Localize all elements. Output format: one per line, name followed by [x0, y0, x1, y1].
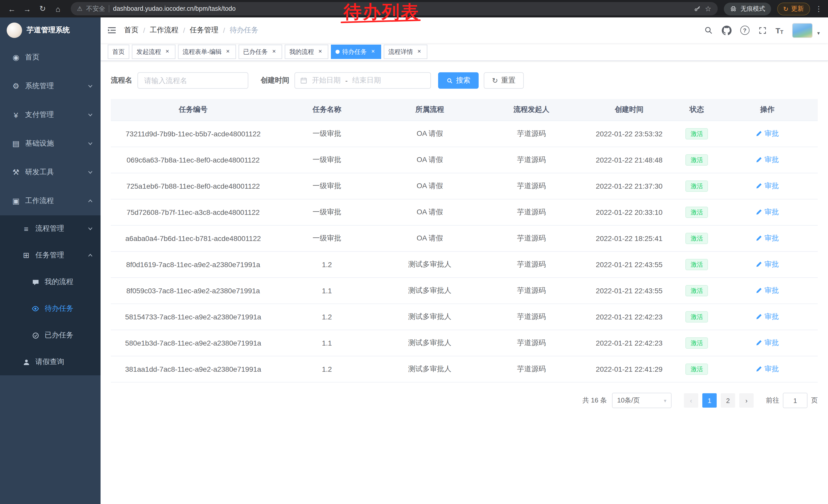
tab[interactable]: 我的流程× [285, 45, 328, 59]
back-icon[interactable]: ← [5, 2, 18, 15]
search-icon[interactable] [704, 26, 713, 35]
tab[interactable]: 流程表单-编辑× [178, 45, 236, 59]
update-button[interactable]: ↻ 更新 [777, 2, 810, 15]
reset-button[interactable]: ↻ 重置 [484, 72, 524, 89]
approve-label: 审批 [764, 312, 779, 321]
chevron-right-icon: › [745, 397, 748, 404]
navbar: 首页 / 工作流程 / 任务管理 / 待办任务 ? [100, 17, 828, 43]
key-icon[interactable] [694, 5, 701, 12]
approve-link[interactable]: 审批 [756, 312, 779, 321]
approve-link[interactable]: 审批 [756, 182, 779, 191]
cell-process: OA 请假 [378, 121, 481, 147]
approve-link[interactable]: 审批 [756, 155, 779, 165]
sidebar-item-task-management[interactable]: ⊞ 任务管理 [0, 242, 100, 269]
breadcrumb-home[interactable]: 首页 [124, 26, 138, 35]
pen-icon [756, 183, 762, 189]
incognito-badge: 无痕模式 [723, 2, 771, 15]
cell-time: 2022-01-22 21:48:48 [581, 147, 677, 173]
tab[interactable]: 首页 [108, 45, 129, 59]
reload-icon[interactable]: ↻ [36, 2, 49, 15]
process-name-input[interactable] [137, 72, 248, 89]
refresh-icon: ↻ [492, 77, 498, 85]
tab-close-icon[interactable]: × [317, 48, 324, 55]
sidebar-collapse-icon[interactable] [107, 25, 117, 35]
table-row: a6aba0a4-7b6d-11ec-b781-acde48001122一级审批… [111, 225, 818, 251]
goto-page-input[interactable] [783, 393, 808, 408]
approve-link[interactable]: 审批 [756, 234, 779, 243]
chrome-menu-icon[interactable]: ⋮ [815, 5, 823, 13]
breadcrumb-task-management[interactable]: 任务管理 [190, 26, 218, 35]
tab-close-icon[interactable]: × [416, 48, 423, 55]
page-unit-label: 页 [811, 396, 818, 405]
tab[interactable]: 已办任务× [239, 45, 282, 59]
home-icon[interactable]: ⌂ [51, 2, 65, 15]
task-table: 任务编号 任务名称 所属流程 流程发起人 创建时间 状态 操作 73211d9d… [111, 99, 818, 382]
bookmark-star-icon[interactable]: ☆ [705, 5, 711, 13]
process-list-icon: ≡ [20, 224, 32, 233]
sidebar-item-todo-task[interactable]: 待办任务 [0, 295, 100, 322]
approve-link[interactable]: 审批 [756, 286, 779, 295]
pen-icon [756, 131, 762, 137]
breadcrumb-workflow[interactable]: 工作流程 [150, 26, 178, 35]
approve-link[interactable]: 审批 [756, 208, 779, 217]
tab[interactable]: 流程详情× [384, 45, 427, 59]
page-button-2[interactable]: 2 [721, 393, 735, 408]
sidebar-item-leave-query[interactable]: 请假查询 [0, 349, 100, 375]
approve-link[interactable]: 审批 [756, 129, 779, 138]
avatar-caret-icon[interactable]: ▾ [817, 30, 820, 38]
sidebar-item-workflow[interactable]: ▣ 工作流程 [0, 187, 100, 215]
col-task-name: 任务名称 [276, 99, 378, 121]
page-size-select[interactable]: 10条/页 ▾ [612, 393, 671, 408]
tab[interactable]: 发起流程× [132, 45, 175, 59]
tab-close-icon[interactable]: × [271, 48, 278, 55]
cell-time: 2022-01-21 22:43:55 [581, 251, 677, 278]
sidebar-item-done-task[interactable]: 已办任务 [0, 322, 100, 349]
avatar[interactable] [792, 23, 813, 38]
table-row: 725a1eb6-7b88-11ec-8ef0-acde48001122一级审批… [111, 173, 818, 199]
warning-icon: ⚠ [77, 5, 83, 12]
app-logo[interactable]: 芋道管理系统 [0, 17, 100, 43]
pen-icon [756, 287, 762, 294]
search-button[interactable]: 搜索 [438, 72, 479, 89]
pen-icon [756, 261, 762, 268]
status-badge: 激活 [686, 154, 708, 166]
chevron-down-icon [87, 169, 93, 175]
table-row: 069c6a63-7b8a-11ec-8ef0-acde48001122一级审批… [111, 147, 818, 173]
workflow-submenu: ≡ 流程管理 ⊞ 任务管理 我的流程 [0, 215, 100, 375]
forward-icon[interactable]: → [20, 2, 34, 15]
chevron-up-icon [87, 252, 93, 259]
cell-name: 1.2 [276, 304, 378, 330]
help-icon[interactable]: ? [740, 26, 749, 35]
approve-label: 审批 [764, 260, 779, 269]
prev-page-button[interactable]: ‹ [684, 393, 698, 408]
sidebar-item-payment[interactable]: ¥ 支付管理 [0, 100, 100, 129]
tab-close-icon[interactable]: × [224, 48, 232, 55]
tab-close-icon[interactable]: × [164, 48, 171, 55]
cell-process: 测试多审批人 [378, 304, 481, 330]
cell-starter: 芋道源码 [481, 121, 581, 147]
tab-close-icon[interactable]: × [369, 48, 377, 55]
approve-link[interactable]: 审批 [756, 338, 779, 348]
sidebar-item-system[interactable]: ⚙ 系统管理 [0, 72, 100, 100]
sidebar-item-infrastructure[interactable]: ▤ 基础设施 [0, 129, 100, 158]
sidebar-item-home[interactable]: ◉ 首页 [0, 43, 100, 72]
font-size-icon[interactable]: TT [776, 26, 783, 35]
sidebar-item-my-process[interactable]: 我的流程 [0, 269, 100, 295]
tab[interactable]: 待办任务× [331, 45, 381, 59]
sidebar-item-process-management[interactable]: ≡ 流程管理 [0, 215, 100, 242]
end-date-placeholder: 结束日期 [352, 76, 381, 85]
page-button-1[interactable]: 1 [702, 393, 717, 408]
date-range-picker[interactable]: 开始日期 - 结束日期 [294, 72, 431, 89]
omnibox-divider [109, 5, 110, 12]
sidebar-item-devtools[interactable]: ⚒ 研发工具 [0, 158, 100, 187]
approve-link[interactable]: 审批 [756, 260, 779, 269]
approve-link[interactable]: 审批 [756, 365, 779, 374]
cell-starter: 芋道源码 [481, 147, 581, 173]
next-page-button[interactable]: › [739, 393, 754, 408]
tags-view: 首页发起流程×流程表单-编辑×已办任务×我的流程×待办任务×流程详情× [100, 43, 828, 61]
fullscreen-icon[interactable] [758, 26, 767, 35]
cell-starter: 芋道源码 [481, 199, 581, 225]
tab-label: 我的流程 [289, 47, 314, 56]
github-icon[interactable] [721, 26, 731, 35]
table-row: 73211d9d-7b9b-11ec-b5b7-acde48001122一级审批… [111, 121, 818, 147]
